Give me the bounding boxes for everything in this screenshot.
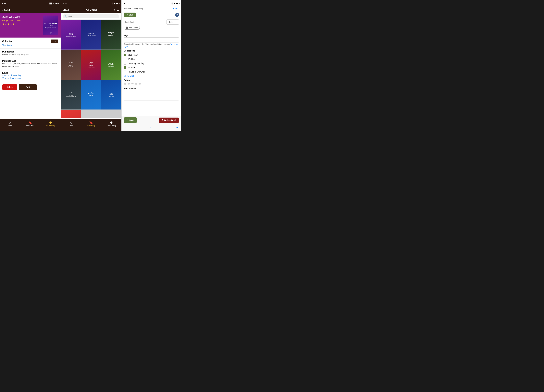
save-button-bottom[interactable]: ✓ Save: [124, 117, 137, 123]
collection-label-wishlist: Wishlist: [128, 58, 135, 60]
collection-value[interactable]: Your library: [2, 44, 12, 46]
plus-icon: +: [126, 27, 128, 29]
star-5[interactable]: ★: [138, 82, 141, 86]
search-container: 🔍: [63, 14, 119, 18]
page-title: Add New | LibraryThing: [124, 8, 143, 10]
tab-home-label-2: Home: [69, 125, 73, 127]
nav-title-2: All Books: [69, 8, 113, 11]
tab-add-label-1: Add to Catalog: [46, 125, 55, 127]
search-input[interactable]: [68, 15, 117, 17]
list-icon-2[interactable]: ☰: [117, 9, 119, 11]
status-bar-3: 9:33 ▌▌▌ ▲: [121, 0, 181, 6]
status-bar-1: 9:31 ▌▌▌ ▲: [0, 0, 61, 6]
checkbox-wishlist[interactable]: [124, 58, 126, 60]
book-item-10[interactable]: LOVEMARRIAGEMonica Ali: [61, 110, 81, 118]
book-item-8[interactable]: TheRomanticAgendaClaire Kann: [81, 80, 101, 110]
tab-home-1[interactable]: ⌂ Home: [0, 121, 20, 127]
screen3-panel: 9:33 ▌▌▌ ▲ Add New | LibraryThing Close …: [121, 0, 181, 131]
view-amazon-link[interactable]: View on Amazon.com: [2, 77, 58, 79]
rating-stars: ★ ★ ★ ★ ★: [124, 82, 179, 86]
star-4[interactable]: ★: [135, 82, 137, 86]
sort-icon-2[interactable]: ⇅: [113, 9, 115, 11]
nav-bar-2: ‹ Back All Books ⇅ ☰: [61, 6, 121, 13]
status-time-1: 9:31: [2, 2, 6, 5]
book-item-7[interactable]: How HighWe Go inthe DarkSequoia Nagamats…: [61, 80, 81, 110]
rating-label: Rating: [124, 79, 179, 81]
browser-forward-button[interactable]: ›: [150, 126, 151, 129]
checkbox-read-but-unowned[interactable]: [124, 70, 126, 73]
links-section: Links View on LibraryThing View on Amazo…: [0, 70, 61, 82]
book-info: Acts of Violet Margarita Montimore ★★★★★: [2, 16, 41, 26]
search-icon: 🔍: [65, 15, 67, 17]
back-button-1[interactable]: ‹ Back: [2, 9, 9, 11]
author-last-first-input[interactable]: [124, 20, 165, 24]
role-select[interactable]: Role: [166, 19, 179, 24]
close-button[interactable]: Close: [173, 7, 179, 10]
collection-read-but-unowned: Read but unowned: [124, 70, 179, 74]
add-icon-1: ✚: [49, 121, 52, 125]
battery-icon-3: [176, 3, 179, 4]
status-icons-3: ▌▌▌ ▲: [170, 3, 179, 4]
save-button-top[interactable]: ✓ Save: [124, 12, 136, 17]
delete-button[interactable]: Delete: [2, 84, 17, 90]
top-save-row: ✓ Save ?: [121, 12, 181, 18]
signal-icon-1: ▌▌▌: [49, 3, 52, 4]
nav-bar-1: ‹ Back ⬆: [0, 6, 61, 13]
status-time-2: 9:32: [63, 2, 67, 5]
tab-home-label-1: Home: [8, 125, 12, 127]
collection-your-library: Your library: [124, 53, 179, 57]
book-item-6[interactable]: Dealingin DreamsLilliam Rivera: [101, 50, 121, 80]
book-item-9[interactable]: PoisonLiliesKatie Tallo: [101, 80, 121, 110]
page-title-bar: Add New | LibraryThing Close: [121, 6, 181, 12]
browser-refresh-button[interactable]: ↻: [176, 126, 178, 129]
collection-header: Collection Edit: [2, 40, 58, 43]
book-title: Acts of Violet: [2, 16, 41, 19]
show-all-collections-link[interactable]: (show all 6): [124, 75, 179, 77]
book-item-5[interactable]: Tell MeI'm AnArtistChelsea Martin: [81, 50, 101, 80]
tab-catalog-label-1: Your Catalog: [26, 125, 34, 127]
view-librarything-link[interactable]: View on LibraryThing: [2, 74, 58, 76]
book-author: Margarita Montimore: [2, 19, 41, 22]
camera-icon[interactable]: ⊙: [50, 31, 52, 34]
tab-add-2[interactable]: ✚ Add to Catalog: [101, 121, 121, 127]
book-item-1[interactable]: Acts ofVioletMargarita Montimore: [61, 20, 81, 50]
help-button[interactable]: ?: [175, 13, 179, 17]
book-stars: ★★★★★: [2, 23, 41, 26]
tab-catalog-2[interactable]: 🔖 Your Catalog: [81, 121, 101, 127]
signal-icon-3: ▌▌▌: [170, 3, 173, 4]
star-1[interactable]: ★: [124, 82, 127, 86]
back-button-2[interactable]: ‹ Back: [63, 9, 69, 11]
collection-to-read: To read: [124, 65, 179, 70]
checkmark-icon-bottom: ✓: [127, 119, 128, 121]
share-icon-1[interactable]: ⬆: [9, 9, 11, 11]
edit-button[interactable]: Edit: [19, 84, 37, 90]
add-author-button[interactable]: + Add Author: [124, 26, 140, 30]
save-bar-bottom: ✓ Save 🗑 Delete Book: [121, 116, 181, 124]
tab-catalog-1[interactable]: 🔖 Your Catalog: [20, 121, 40, 127]
book-item-2[interactable]: SEEK YOUA Journey Through: [81, 20, 101, 50]
home-icon-1: ⌂: [9, 121, 11, 125]
books-grid: Acts ofVioletMargarita Montimore SEEK YO…: [61, 20, 121, 118]
review-textarea[interactable]: [124, 91, 179, 100]
screen2-panel: 9:32 ▌▌▌ ▲ ‹ Back All Books ⇅ ☰ 🔍 Acts o…: [61, 0, 121, 131]
tags-input[interactable]: [124, 37, 179, 42]
star-2[interactable]: ★: [127, 82, 130, 86]
publication-section: Publication Flatiron Books (2022), 336 p…: [0, 49, 61, 58]
review-label: Your Review: [124, 87, 179, 90]
checkmark-icon-top: ✓: [126, 14, 128, 16]
book-item-4[interactable]: All ThisCould BeDifferentSarah Thankam M…: [61, 50, 81, 80]
collection-edit-button[interactable]: Edit: [51, 40, 58, 43]
wifi-icon-3: ▲: [174, 3, 175, 4]
tab-add-1[interactable]: ✚ Add to Catalog: [40, 121, 61, 127]
checkbox-currently-reading[interactable]: [124, 62, 126, 65]
signal-icon-2: ▌▌▌: [110, 3, 113, 4]
checkbox-your-library[interactable]: [124, 54, 126, 56]
book-item-3[interactable]: A KNOCKATMIDNIGHTBrittany K. Barnett: [101, 20, 121, 50]
add-icon-2: ✚: [110, 121, 112, 125]
tags-label: Tags: [124, 34, 179, 37]
checkbox-to-read[interactable]: [124, 66, 126, 69]
browser-back-button[interactable]: ‹: [125, 126, 126, 129]
tab-home-2[interactable]: ⌂ Home: [61, 121, 81, 127]
delete-book-button[interactable]: 🗑 Delete Book: [159, 118, 179, 123]
star-3[interactable]: ★: [131, 82, 134, 86]
